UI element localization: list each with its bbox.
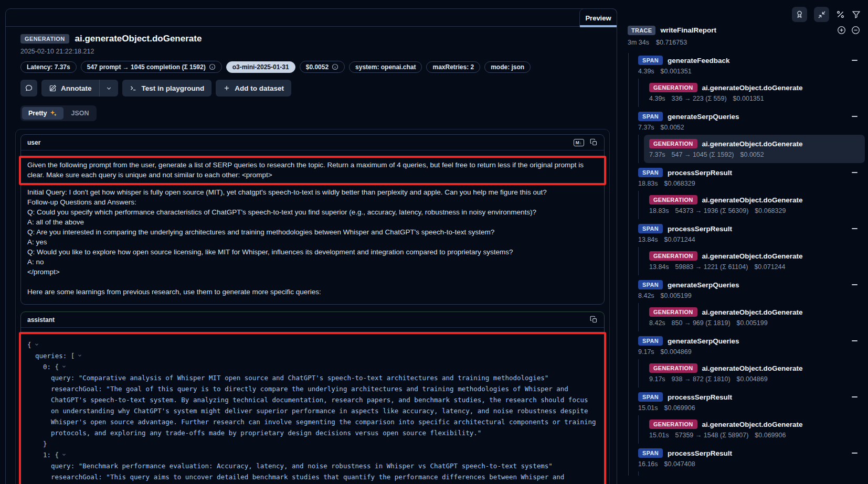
user-prompt-line: Q: Could you specify which performance c… (27, 207, 598, 217)
span-row[interactable]: SPANprocessSerpResult (635, 221, 865, 235)
span-group: SPANprocessSerpResult15.01s$0.069906GENE… (628, 390, 865, 444)
page-title: ai.generateObject.doGenerate (75, 34, 202, 44)
generation-title: ai.generateObject.doGenerate (702, 196, 803, 204)
generation-cost: $0.001351 (733, 95, 764, 102)
generation-row[interactable]: GENERATIONai.generateObject.doGenerate18… (644, 191, 865, 219)
observation-type-badge: GENERATION (20, 34, 69, 44)
pretty-label: Pretty (28, 110, 47, 117)
copy-icon[interactable] (590, 138, 598, 146)
collapse-minus-icon[interactable] (852, 116, 858, 117)
span-title: generateFeedback (668, 57, 730, 64)
generation-row[interactable]: GENERATIONai.generateObject.doGenerate9.… (644, 359, 865, 388)
metadata-pill[interactable]: maxRetries: 2 (426, 61, 480, 73)
generation-title-row: GENERATIONai.generateObject.doGenerate (645, 80, 864, 94)
collapse-chevron-icon[interactable] (77, 353, 82, 358)
collapse-minus-icon[interactable] (852, 284, 858, 285)
generation-cost: $0.069906 (755, 432, 786, 439)
generation-cost: $0.0052 (740, 151, 764, 158)
trace-root-row[interactable]: TRACE writeFinalReport (628, 25, 861, 35)
generation-duration: 18.83s (649, 207, 669, 214)
generation-row[interactable]: GENERATIONai.generateObject.doGenerate4.… (644, 79, 865, 107)
copy-icon[interactable] (590, 316, 598, 324)
tab-preview[interactable]: Preview (579, 8, 617, 27)
span-type-badge: SPAN (638, 112, 663, 121)
span-row[interactable]: SPANprocessSerpResult (635, 165, 865, 179)
generation-cost: $0.068329 (755, 207, 786, 214)
collapse-minus-icon[interactable] (852, 60, 858, 61)
span-type-badge: SPAN (638, 224, 663, 233)
metadata-pill[interactable]: mode: json (484, 61, 531, 73)
award-icon[interactable] (792, 7, 807, 22)
collapse-chevron-icon[interactable] (61, 364, 67, 369)
span-meta: 4.39s$0.001351 (635, 67, 865, 79)
metadata-pill[interactable]: o3-mini-2025-01-31 (226, 61, 295, 73)
tab-active-underline (580, 25, 617, 27)
user-prompt-line: Q: Are you interested in comparing the u… (27, 227, 598, 237)
percent-icon[interactable] (836, 10, 845, 19)
collapse-all-icon[interactable] (851, 25, 861, 35)
annotation-rectangle-assistant: {queries: [0: {query: "Comparative analy… (19, 332, 606, 484)
metadata-pill[interactable]: $0.0052 (300, 61, 345, 73)
generation-type-badge: GENERATION (649, 195, 697, 205)
collapse-chevron-icon[interactable] (34, 342, 39, 347)
metadata-pill[interactable]: Latency: 7.37s (20, 61, 77, 73)
generation-title: ai.generateObject.doGenerate (702, 308, 803, 316)
generation-title: ai.generateObject.doGenerate (702, 252, 803, 260)
generation-title: ai.generateObject.doGenerate (702, 364, 803, 372)
generation-type-badge: GENERATION (649, 139, 697, 148)
user-prompt-line: </prompt> (27, 267, 598, 277)
user-prompt-line: A: no (27, 257, 598, 267)
collapse-minus-icon[interactable] (852, 396, 858, 397)
generation-row[interactable]: GENERATIONai.generateObject.doGenerate15… (644, 415, 865, 444)
test-in-playground-button[interactable]: Test in playground (122, 80, 212, 96)
span-cost: $0.047408 (664, 460, 695, 468)
speech-bubble-icon (25, 84, 33, 92)
user-message-card: user M↓ Given the following prompt from … (20, 134, 605, 305)
json-code-text: } (43, 440, 47, 448)
span-row[interactable]: SPANgenerateSerpQueries (635, 109, 865, 123)
generation-child-wrap: GENERATIONai.generateObject.doGenerate9.… (638, 359, 865, 388)
generation-row[interactable]: GENERATIONai.generateObject.doGenerate8.… (644, 303, 865, 331)
generation-row[interactable]: GENERATIONai.generateObject.doGenerate7.… (644, 135, 865, 163)
collapse-minus-icon[interactable] (852, 172, 858, 173)
toggle-pretty[interactable]: Pretty (22, 107, 63, 120)
metadata-pill[interactable]: 547 prompt → 1045 completion (Σ 1592) (81, 61, 222, 73)
collapse-minus-icon[interactable] (852, 228, 858, 229)
generation-meta: 15.01s57359 → 1548 (Σ 58907)$0.069906 (645, 431, 864, 443)
add-to-dataset-button[interactable]: Add to dataset (216, 80, 291, 96)
edit-pencil-icon (49, 84, 57, 92)
generation-row[interactable]: GENERATIONai.generateObject.doGenerate13… (644, 247, 865, 275)
json-code-line: researchGoal: "The goal of this query is… (27, 383, 598, 438)
action-toolbar: Annotate Test in playground (20, 80, 602, 96)
span-cost: $0.068329 (664, 180, 695, 187)
toggle-json[interactable]: JSON (65, 107, 95, 120)
generation-child-wrap: GENERATIONai.generateObject.doGenerate4.… (638, 79, 865, 107)
annotate-dropdown-button[interactable] (99, 80, 118, 96)
metadata-pill[interactable]: system: openai.chat (349, 61, 422, 73)
span-type-badge: SPAN (638, 392, 663, 402)
generation-duration: 9.17s (649, 375, 665, 383)
span-group: SPANgenerateFeedback4.39s$0.001351GENERA… (628, 53, 865, 107)
span-title: generateSerpQueries (668, 337, 739, 345)
span-duration: 13.84s (638, 236, 658, 243)
markdown-toggle-icon[interactable]: M↓ (574, 139, 584, 146)
collapse-chevron-icon[interactable] (61, 452, 67, 457)
trace-detail-page: Preview GENERATION ai.generateObject.doG… (0, 0, 868, 484)
span-row[interactable]: SPANprocessSerpResult (635, 446, 865, 459)
generation-row[interactable]: GENERATIONai.generateObject.doGenerate (644, 471, 865, 476)
generation-meta: 4.39s336 → 223 (Σ 559)$0.001351 (645, 94, 864, 106)
collapse-minus-icon[interactable] (852, 453, 858, 454)
trace-name: writeFinalReport (660, 26, 716, 34)
collapse-icon[interactable] (814, 7, 829, 22)
terminal-icon (130, 84, 137, 92)
annotate-button[interactable]: Annotate (41, 80, 99, 96)
span-row[interactable]: SPANprocessSerpResult (635, 390, 865, 403)
span-title: processSerpResult (668, 225, 732, 233)
span-row[interactable]: SPANgenerateSerpQueries (635, 334, 865, 347)
collapse-minus-icon[interactable] (852, 340, 858, 341)
span-row[interactable]: SPANgenerateFeedback (635, 53, 865, 67)
expand-all-icon[interactable] (837, 25, 846, 35)
span-row[interactable]: SPANgenerateSerpQueries (635, 277, 865, 291)
comment-button[interactable] (20, 80, 37, 96)
filter-icon[interactable] (852, 10, 861, 19)
